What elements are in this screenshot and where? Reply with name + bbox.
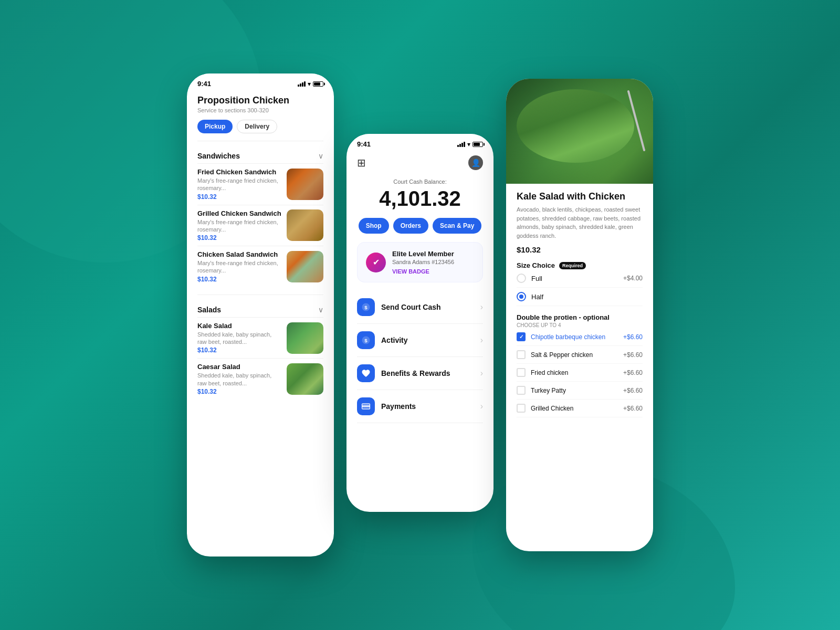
member-badge-icon: ✔ xyxy=(366,253,386,272)
restaurant-name: Proposition Chicken xyxy=(197,95,323,106)
item-price: $10.32 xyxy=(197,276,281,283)
sandwiches-chevron-icon: ∨ xyxy=(318,152,323,160)
divider-1 xyxy=(197,141,323,141)
member-card: ✔ Elite Level Member Sandra Adams #12345… xyxy=(357,242,483,282)
item-name: Grilled Chicken Sandwich xyxy=(197,209,281,217)
salt-pepper-label: Salt & Pepper chicken xyxy=(531,351,593,359)
turkey-price: +$6.60 xyxy=(623,387,643,394)
salads-section-header[interactable]: Salads ∨ xyxy=(197,302,323,317)
grilled-chicken-price: +$6.60 xyxy=(623,405,643,412)
food-hero-image xyxy=(506,79,653,184)
payments-chevron-icon: › xyxy=(480,402,483,411)
size-full-option[interactable]: Full +$4.00 xyxy=(517,269,643,288)
center-phone: 9:41 ▾ ⊞ 👤 Court Cash Balance: 4,101.32 … xyxy=(346,134,494,512)
send-cash-chevron-icon: › xyxy=(480,302,483,312)
dish-name: Kale Salad with Chicken xyxy=(517,191,643,202)
activity-chevron-icon: › xyxy=(480,335,483,345)
status-bar-center: 9:41 ▾ xyxy=(346,134,494,151)
action-buttons: Shop Orders Scan & Pay xyxy=(357,218,483,234)
signal-icon-left xyxy=(298,81,306,87)
center-menu-list: $ Send Court Cash › $ Activity › Benefit… xyxy=(357,291,483,423)
turkey-checkbox[interactable] xyxy=(517,386,526,395)
shop-button[interactable]: Shop xyxy=(359,218,389,234)
size-half-label: Half xyxy=(531,293,543,301)
item-price: $10.32 xyxy=(197,193,281,201)
status-icons-left: ▾ xyxy=(298,80,323,88)
send-court-cash-item[interactable]: $ Send Court Cash › xyxy=(357,291,483,324)
item-image-sandwich2 xyxy=(287,209,323,241)
orders-button[interactable]: Orders xyxy=(393,218,428,234)
divider-2 xyxy=(197,295,323,295)
salt-pepper-checkbox[interactable] xyxy=(517,350,526,359)
profile-avatar[interactable]: 👤 xyxy=(468,155,483,170)
menu-item-chicken-salad-sandwich[interactable]: Chicken Salad Sandwich Mary's free-range… xyxy=(197,246,323,287)
top-bar: ⊞ 👤 xyxy=(357,151,483,174)
benefits-item[interactable]: Benefits & Rewards › xyxy=(357,357,483,390)
protein-turkey[interactable]: Turkey Patty +$6.60 xyxy=(517,382,643,400)
protein-chipotle[interactable]: Chipotle barbeque chicken +$6.60 xyxy=(517,328,643,346)
item-desc: Mary's free-range fried chicken, rosemar… xyxy=(197,259,281,275)
dish-price: $10.32 xyxy=(517,245,643,254)
item-desc: Shedded kale, baby spinach, raw beet, ro… xyxy=(197,372,281,387)
wifi-icon-center: ▾ xyxy=(467,141,470,148)
grilled-chicken-label: Grilled Chicken xyxy=(531,405,573,412)
status-bar-left: 9:41 ▾ xyxy=(187,74,334,91)
menu-item-kale-salad[interactable]: Kale Salad Shedded kale, baby spinach, r… xyxy=(197,317,323,359)
item-image-sandwich3 xyxy=(287,251,323,282)
svg-rect-5 xyxy=(362,406,370,407)
payments-icon xyxy=(357,397,375,415)
view-badge-button[interactable]: VIEW BADGE xyxy=(392,268,474,275)
chipotle-label: Chipotle barbeque chicken xyxy=(531,333,605,341)
menu-item-caesar-salad[interactable]: Caesar Salad Shedded kale, baby spinach,… xyxy=(197,358,323,400)
dish-description: Avocado, black lentils, chickpeas, roast… xyxy=(517,205,643,240)
fried-chicken-label: Fried chicken xyxy=(531,369,568,376)
salads-title: Salads xyxy=(197,306,221,314)
protein-fried-chicken[interactable]: Fried chicken +$6.60 xyxy=(517,364,643,382)
protein-sub: CHOOSE UP TO 4 xyxy=(517,322,643,328)
size-choice-label: Size Choice xyxy=(517,261,555,269)
right-phone: 9:41 ▾ Kale Salad with Chicken Avocado, … xyxy=(506,79,653,551)
member-sub: Sandra Adams #123456 xyxy=(392,259,474,265)
sandwiches-section-header[interactable]: Sandwiches ∨ xyxy=(197,149,323,163)
menu-item-grilled-chicken[interactable]: Grilled Chicken Sandwich Mary's free-ran… xyxy=(197,205,323,246)
sandwiches-title: Sandwiches xyxy=(197,152,240,160)
signal-icon-center xyxy=(457,142,465,147)
restaurant-sub: Service to sections 300-320 xyxy=(197,107,323,113)
item-desc: Mary's free-range fried chicken, rosemar… xyxy=(197,218,281,234)
pickup-delivery-toggle: Pickup Delivery xyxy=(197,120,323,133)
status-time-left: 9:41 xyxy=(197,80,211,88)
item-name: Chicken Salad Sandwich xyxy=(197,250,281,258)
grilled-chicken-checkbox[interactable] xyxy=(517,404,526,413)
size-full-radio[interactable] xyxy=(517,274,526,283)
payments-item[interactable]: Payments › xyxy=(357,390,483,423)
size-half-option[interactable]: Half xyxy=(517,288,643,306)
protein-salt-pepper[interactable]: Salt & Pepper chicken +$6.60 xyxy=(517,346,643,364)
item-name: Kale Salad xyxy=(197,322,281,330)
size-choice-header: Size Choice Required xyxy=(517,261,643,269)
item-desc: Shedded kale, baby spinach, raw beet, ro… xyxy=(197,331,281,346)
battery-icon-center xyxy=(472,142,483,147)
size-full-label: Full xyxy=(531,275,542,282)
fried-chicken-checkbox[interactable] xyxy=(517,368,526,377)
item-name: Fried Chicken Sandwich xyxy=(197,168,281,176)
delivery-button[interactable]: Delivery xyxy=(237,120,277,133)
grid-icon[interactable]: ⊞ xyxy=(357,156,366,169)
left-phone: 9:41 ▾ Proposition Chicken Service to se… xyxy=(187,74,334,556)
pickup-button[interactable]: Pickup xyxy=(197,120,233,133)
scan-pay-button[interactable]: Scan & Pay xyxy=(433,218,481,234)
size-half-radio[interactable] xyxy=(517,292,526,301)
activity-item[interactable]: $ Activity › xyxy=(357,324,483,357)
activity-icon: $ xyxy=(357,331,375,349)
benefits-chevron-icon: › xyxy=(480,369,483,378)
activity-label: Activity xyxy=(381,336,480,344)
chipotle-checkbox[interactable] xyxy=(517,332,526,341)
balance-amount: 4,101.32 xyxy=(357,187,483,211)
item-price: $10.32 xyxy=(197,346,281,354)
menu-item-fried-chicken[interactable]: Fried Chicken Sandwich Mary's free-range… xyxy=(197,163,323,205)
item-image-caesar xyxy=(287,363,323,395)
member-title: Elite Level Member xyxy=(392,250,474,258)
center-phone-content: ⊞ 👤 Court Cash Balance: 4,101.32 Shop Or… xyxy=(346,151,494,423)
protein-grilled-chicken[interactable]: Grilled Chicken +$6.60 xyxy=(517,400,643,417)
salt-pepper-price: +$6.60 xyxy=(623,351,643,359)
item-price: $10.32 xyxy=(197,388,281,395)
